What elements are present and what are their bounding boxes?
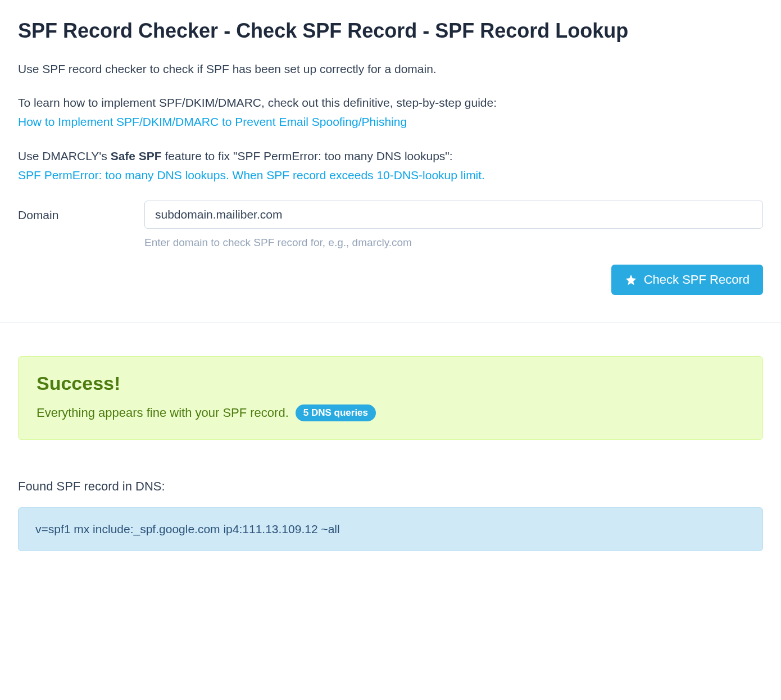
page-title: SPF Record Checker - Check SPF Record - …: [18, 18, 763, 44]
domain-form-row: Domain Enter domain to check SPF record …: [18, 201, 763, 249]
intro-guide-prefix: To learn how to implement SPF/DKIM/DMARC…: [18, 96, 497, 109]
star-icon: [625, 274, 637, 286]
intro-block-safespf: Use DMARCLY's Safe SPF feature to fix "S…: [18, 147, 763, 184]
permerror-link[interactable]: SPF PermError: too many DNS lookups. Whe…: [18, 169, 485, 181]
check-spf-button[interactable]: Check SPF Record: [611, 265, 763, 295]
intro-safespf-suffix: feature to fix "SPF PermError: too many …: [162, 149, 453, 162]
success-alert: Success! Everything appears fine with yo…: [18, 356, 763, 440]
spf-record-box: v=spf1 mx include:_spf.google.com ip4:11…: [18, 507, 763, 551]
domain-input[interactable]: [144, 201, 763, 229]
intro-safespf-prefix: Use DMARCLY's: [18, 149, 111, 162]
domain-input-wrap: Enter domain to check SPF record for, e.…: [144, 201, 763, 249]
spf-record-value: v=spf1 mx include:_spf.google.com ip4:11…: [35, 522, 340, 535]
intro-block-guide: To learn how to implement SPF/DKIM/DMARC…: [18, 93, 763, 131]
check-spf-button-label: Check SPF Record: [644, 272, 750, 287]
success-title: Success!: [37, 372, 744, 394]
domain-label: Domain: [18, 201, 144, 222]
found-spf-label: Found SPF record in DNS:: [18, 479, 763, 494]
success-message: Everything appears fine with your SPF re…: [37, 406, 289, 420]
button-row: Check SPF Record: [18, 265, 763, 295]
section-divider: [0, 322, 781, 322]
guide-link[interactable]: How to Implement SPF/DKIM/DMARC to Preve…: [18, 115, 407, 128]
dns-queries-badge: 5 DNS queries: [296, 404, 376, 421]
intro-safespf-bold: Safe SPF: [111, 149, 162, 162]
intro-text-1: Use SPF record checker to check if SPF h…: [18, 60, 763, 78]
domain-help-text: Enter domain to check SPF record for, e.…: [144, 237, 763, 249]
success-message-row: Everything appears fine with your SPF re…: [37, 404, 744, 421]
